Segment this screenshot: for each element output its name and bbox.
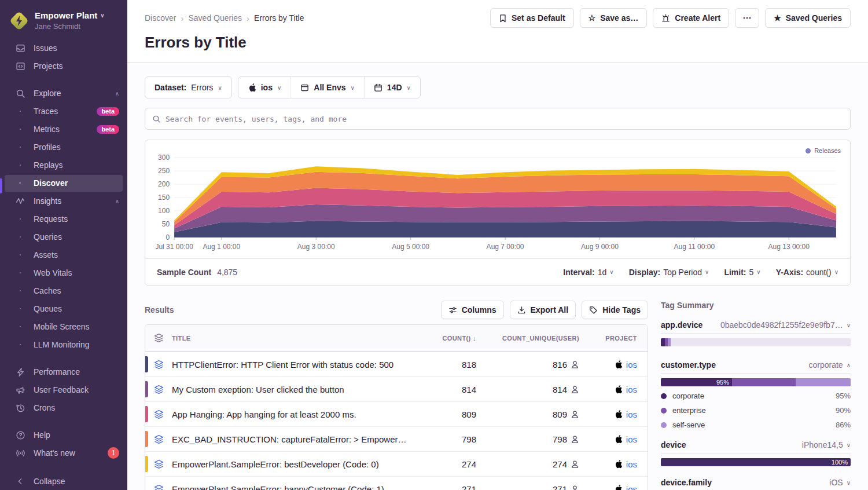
sidebar-item-caches[interactable]: ·Caches — [0, 282, 127, 300]
chevron-up-icon[interactable]: ∧ — [115, 198, 119, 204]
tag-distribution-bar[interactable] — [661, 338, 851, 346]
bolt-icon — [14, 15, 24, 27]
tag-name: device — [661, 440, 686, 449]
error-title-link[interactable]: My Custom exeption: User clicked the but… — [172, 385, 418, 394]
stack-icon[interactable] — [145, 409, 172, 419]
sidebar-item-whats-new[interactable]: What's new 1 — [0, 444, 127, 462]
svg-text:150: 150 — [158, 193, 170, 202]
more-options-button[interactable]: ⋯ — [735, 8, 759, 28]
col-count[interactable]: COUNT() ↓ — [418, 335, 476, 342]
sidebar-item-profiles[interactable]: · Profiles — [0, 138, 127, 156]
yaxis-dropdown[interactable]: Y-Axis: count() ∨ — [776, 268, 838, 277]
save-as-button[interactable]: ☆ Save as… — [580, 8, 648, 28]
project-link[interactable]: ios — [579, 459, 637, 469]
tag-header[interactable]: customer.type corporate∧ — [661, 360, 851, 374]
col-unique[interactable]: COUNT_UNIQUE(USER) — [476, 335, 579, 342]
sidebar-item-crons[interactable]: Crons — [0, 399, 127, 417]
sidebar-section-label: Explore — [34, 89, 61, 98]
tag-header[interactable]: app.device 0baebc0de4982f1255f2e9e9fb7…∨ — [661, 320, 851, 334]
saved-queries-button[interactable]: ★ Saved Queries — [765, 8, 851, 28]
project-link[interactable]: ios — [579, 385, 637, 394]
org-name: Empower Plant — [35, 10, 97, 21]
tag-header[interactable]: device iPhone14,5∨ — [661, 440, 851, 454]
create-alert-button[interactable]: Create Alert — [653, 8, 729, 28]
sidebar-item-queues[interactable]: ·Queues — [0, 300, 127, 318]
search-input[interactable] — [165, 115, 843, 123]
search-bar[interactable] — [145, 108, 851, 130]
chevron-down-icon[interactable]: ∨ — [847, 442, 851, 448]
svg-text:0: 0 — [165, 233, 170, 242]
tag-legend-row[interactable]: self-serve 86% — [661, 418, 851, 432]
project-link[interactable]: ios — [579, 360, 637, 370]
stack-icon[interactable] — [145, 360, 172, 370]
error-title-link[interactable]: EmpowerPlant.SampleError: bestDeveloper … — [172, 459, 418, 469]
tag-seg-pct-label: 100% — [832, 459, 848, 466]
chart-legend[interactable]: Releases — [806, 147, 841, 154]
tag-header[interactable]: device.family iOS∨ — [661, 478, 851, 490]
interval-dropdown[interactable]: Interval: 1d ∨ — [563, 268, 613, 277]
chevron-down-icon: ∨ — [100, 12, 104, 19]
export-all-button[interactable]: Export All — [510, 301, 576, 319]
org-switcher[interactable]: Empower Plant∨ Jane Schmidt — [0, 6, 127, 39]
display-dropdown[interactable]: Display: Top Period ∨ — [629, 268, 709, 277]
error-title-link[interactable]: HTTPClientError: HTTP Client Error with … — [172, 360, 418, 370]
date-range-filter[interactable]: 14D ∨ — [364, 77, 420, 98]
sidebar-item-replays[interactable]: · Replays — [0, 156, 127, 174]
sidebar-item-performance[interactable]: Performance — [0, 363, 127, 381]
sidebar-item-user-feedback[interactable]: User Feedback — [0, 381, 127, 399]
sidebar-item-requests[interactable]: ·Requests — [0, 210, 127, 228]
sidebar-item-assets[interactable]: ·Assets — [0, 246, 127, 264]
content: Dataset: Errors ∨ ios ∨ All Envs ∨ — [127, 63, 868, 490]
project-filter[interactable]: ios ∨ — [238, 77, 291, 98]
tag-legend-row[interactable]: enterprise 90% — [661, 403, 851, 418]
columns-button[interactable]: Columns — [441, 301, 504, 319]
project-link[interactable]: ios — [579, 409, 637, 419]
error-title-link[interactable]: EmpowerPlant.SampleError: happyCustomer … — [172, 484, 418, 490]
svg-text:Aug 9 00:00: Aug 9 00:00 — [581, 243, 619, 251]
col-title[interactable]: TITLE — [172, 335, 418, 342]
sidebar-item-label: Crons — [34, 403, 55, 412]
sidebar-section-insights[interactable]: Insights ∧ — [0, 192, 127, 210]
stack-icon[interactable] — [145, 434, 172, 444]
breadcrumb-discover[interactable]: Discover — [145, 13, 176, 23]
tag-distribution-bar[interactable]: 100% — [661, 458, 851, 466]
stack-icon[interactable] — [145, 459, 172, 469]
sidebar-item-mobile-screens[interactable]: ·Mobile Screens — [0, 318, 127, 336]
sidebar-item-metrics[interactable]: · Metrics beta — [0, 120, 127, 138]
chevron-down-icon[interactable]: ∨ — [847, 480, 851, 486]
breadcrumb-saved-queries[interactable]: Saved Queries — [188, 13, 242, 23]
sidebar-section-explore[interactable]: Explore ∧ — [0, 85, 127, 103]
chevron-up-icon[interactable]: ∧ — [115, 90, 119, 97]
sidebar-item-help[interactable]: Help — [0, 426, 127, 444]
chevron-up-icon[interactable]: ∧ — [847, 362, 851, 368]
sidebar-item-queries[interactable]: ·Queries — [0, 228, 127, 246]
project-link[interactable]: ios — [579, 484, 637, 490]
sidebar-item-traces[interactable]: · Traces beta — [0, 103, 127, 120]
col-project[interactable]: PROJECT — [579, 335, 637, 342]
sidebar-item-projects[interactable]: Projects — [0, 57, 127, 75]
sidebar-item-web-vitals[interactable]: ·Web Vitals — [0, 264, 127, 282]
unique-count-value: 274 — [553, 459, 567, 469]
tag-legend-row[interactable]: corporate 95% — [661, 389, 851, 403]
hide-tags-button[interactable]: Hide Tags — [582, 301, 648, 319]
chevron-left-icon — [15, 477, 25, 485]
error-title-link[interactable]: EXC_BAD_INSTRUCTION: captureFatalError: … — [172, 434, 418, 444]
stack-icon[interactable] — [145, 385, 172, 394]
error-title-link[interactable]: App Hanging: App hanging for at least 20… — [172, 409, 418, 419]
project-link[interactable]: ios — [579, 434, 637, 444]
tag-distribution-bar[interactable]: 95% — [661, 378, 851, 386]
environment-filter[interactable]: All Envs ∨ — [290, 77, 364, 98]
sidebar-item-issues[interactable]: Issues — [0, 39, 127, 57]
set-as-default-button[interactable]: Set as Default — [490, 8, 574, 28]
count-value: 798 — [418, 434, 476, 444]
chevron-down-icon[interactable]: ∨ — [847, 322, 851, 328]
sidebar-item-llm-monitoring[interactable]: ·LLM Monitoring — [0, 336, 127, 354]
limit-dropdown[interactable]: Limit: 5 ∨ — [724, 268, 760, 277]
sidebar-collapse-button[interactable]: Collapse — [0, 473, 127, 490]
dataset-selector[interactable]: Dataset: Errors ∨ — [145, 76, 232, 98]
chevron-down-icon: ∨ — [834, 269, 838, 275]
bullet-icon: · — [15, 232, 25, 242]
sidebar-item-discover[interactable]: · Discover — [5, 175, 123, 192]
stacked-area-chart: 050100150200250300Jul 31 00:00Aug 1 00:0… — [145, 140, 850, 258]
stack-icon[interactable] — [145, 484, 172, 490]
